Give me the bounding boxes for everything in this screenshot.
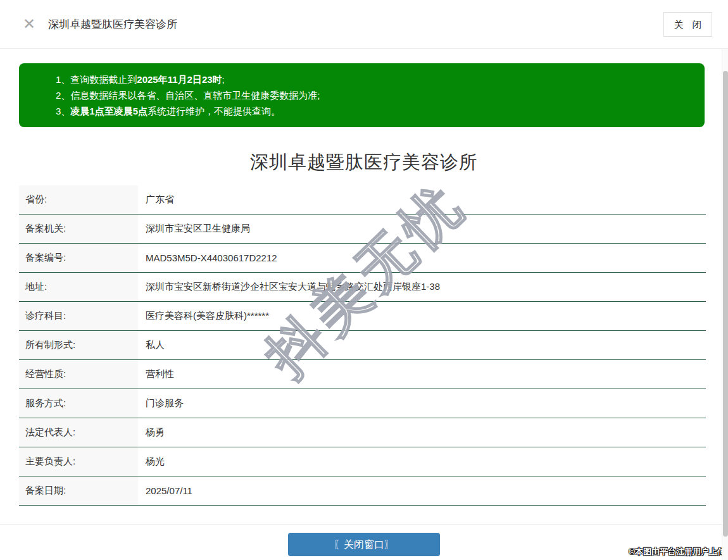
notice-line-1: 1、查询数据截止到2025年11月2日23时; (56, 72, 692, 87)
vertical-scrollbar-track[interactable] (722, 49, 728, 560)
row-label: 主要负责人: (19, 447, 138, 476)
table-row-business-nature: 经营性质: 营利性 (19, 360, 706, 389)
row-value: 私人 (138, 331, 706, 359)
table-row-filing-date: 备案日期: 2025/07/11 (19, 476, 706, 506)
row-value: 深圳市宝安区新桥街道沙企社区宝安大道与蚝乡路交汇处西岸银座1-38 (138, 273, 706, 301)
table-row-treatment-subjects: 诊疗科目: 医疗美容科(美容皮肤科)****** (19, 302, 706, 331)
page-title: 深圳卓越暨肽医疗美容诊所 (0, 150, 728, 175)
table-row-province: 省份: 广东省 (19, 185, 706, 215)
table-row-service-mode: 服务方式: 门诊服务 (19, 389, 706, 418)
row-label: 备案机关: (19, 215, 138, 243)
row-label: 所有制形式: (19, 331, 138, 359)
table-row-legal-representative: 法定代表人: 杨勇 (19, 418, 706, 447)
table-row-filing-number: 备案编号: MAD53M5D-X44030617D2212 (19, 244, 706, 273)
row-value: 2025/07/11 (138, 476, 706, 505)
row-label: 法定代表人: (19, 418, 138, 447)
row-label: 地址: (19, 273, 138, 301)
row-label: 备案编号: (19, 244, 138, 272)
row-value: 医疗美容科(美容皮肤科)****** (138, 302, 706, 330)
top-bar: ✕ 深圳卓越暨肽医疗美容诊所 关 闭 (0, 0, 728, 49)
footer: 〖关闭窗口〗 (0, 525, 728, 556)
table-row-principal: 主要负责人: 杨光 (19, 447, 706, 476)
close-button[interactable]: 关 闭 (663, 12, 712, 37)
notice-line-3: 3、凌晨1点至凌晨5点系统进行维护，不能提供查询。 (56, 103, 692, 119)
row-label: 经营性质: (19, 360, 138, 389)
close-window-button[interactable]: 〖关闭窗口〗 (288, 533, 440, 556)
row-value: MAD53M5D-X44030617D2212 (138, 244, 706, 272)
table-row-filing-authority: 备案机关: 深圳市宝安区卫生健康局 (19, 215, 706, 244)
row-value: 杨光 (138, 447, 706, 476)
row-value: 门诊服务 (138, 389, 706, 418)
window-title: 深圳卓越暨肽医疗美容诊所 (48, 17, 177, 32)
row-value: 杨勇 (138, 418, 706, 447)
copyright-watermark: ©本图由平台注册用户上传 (629, 546, 725, 557)
table-row-address: 地址: 深圳市宝安区新桥街道沙企社区宝安大道与蚝乡路交汇处西岸银座1-38 (19, 273, 706, 302)
close-icon[interactable]: ✕ (23, 16, 35, 32)
row-label: 诊疗科目: (19, 302, 138, 330)
row-label: 服务方式: (19, 389, 138, 418)
row-value: 广东省 (138, 185, 706, 214)
record-table: 省份: 广东省 备案机关: 深圳市宝安区卫生健康局 备案编号: MAD53M5D… (19, 185, 706, 506)
vertical-scrollbar-thumb[interactable] (723, 71, 728, 537)
notice-line-2: 2、信息数据结果以各省、自治区、直辖市卫生健康委数据为准; (56, 87, 692, 103)
row-label: 省份: (19, 185, 138, 214)
notice-banner: 1、查询数据截止到2025年11月2日23时; 2、信息数据结果以各省、自治区、… (19, 63, 705, 127)
row-value: 深圳市宝安区卫生健康局 (138, 215, 706, 243)
row-value: 营利性 (138, 360, 706, 389)
row-label: 备案日期: (19, 476, 138, 505)
table-row-ownership-form: 所有制形式: 私人 (19, 331, 706, 360)
